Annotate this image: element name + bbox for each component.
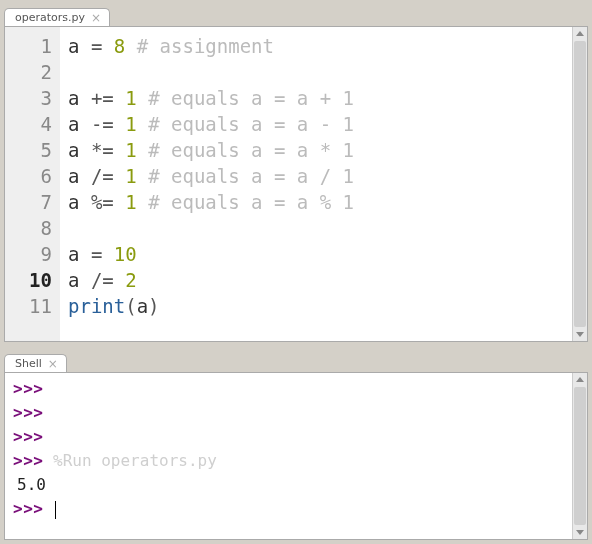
shell-prompt: >>> (13, 451, 43, 470)
code-line: a /= 2 (68, 267, 564, 293)
code-line: a = 8 # assignment (68, 33, 564, 59)
editor-scrollbar[interactable] (572, 27, 587, 341)
code-line: a *= 1 # equals a = a * 1 (68, 137, 564, 163)
run-command: %Run operators.py (53, 451, 217, 470)
shell-panel: >>> >>> >>> >>> %Run operators.py 5.0 >>… (4, 372, 588, 540)
shell-line: >>> (13, 425, 564, 449)
code-area[interactable]: a = 8 # assignmenta += 1 # equals a = a … (60, 27, 572, 341)
code-line (68, 215, 564, 241)
line-number: 8 (5, 215, 52, 241)
shell-prompt: >>> (13, 427, 43, 446)
line-number: 7 (5, 189, 52, 215)
code-line: print(a) (68, 293, 564, 319)
line-number: 10 (5, 267, 52, 293)
editor-tab[interactable]: operators.py × (4, 8, 110, 26)
shell-prompt: >>> (13, 403, 43, 422)
shell-prompt: >>> (13, 379, 43, 398)
shell-pane: Shell × >>> >>> >>> >>> %Run operators.p… (0, 346, 592, 544)
shell-line: >>> (13, 497, 564, 521)
line-number: 11 (5, 293, 52, 319)
close-icon[interactable]: × (91, 12, 101, 24)
shell-line: >>> (13, 377, 564, 401)
shell-body[interactable]: >>> >>> >>> >>> %Run operators.py 5.0 >>… (5, 373, 572, 539)
line-number: 3 (5, 85, 52, 111)
line-number: 6 (5, 163, 52, 189)
shell-output: 5.0 (17, 473, 564, 497)
code-line: a %= 1 # equals a = a % 1 (68, 189, 564, 215)
editor-tab-label: operators.py (15, 11, 85, 24)
code-line: a -= 1 # equals a = a - 1 (68, 111, 564, 137)
shell-scrollbar[interactable] (572, 373, 587, 539)
cursor-icon (55, 501, 56, 519)
editor-tab-bar: operators.py × (4, 4, 588, 26)
editor-panel: 1234567891011 a = 8 # assignmenta += 1 #… (4, 26, 588, 342)
shell-tab-bar: Shell × (4, 350, 588, 372)
line-number: 5 (5, 137, 52, 163)
editor-scrollbar-thumb[interactable] (574, 41, 586, 327)
line-number: 1 (5, 33, 52, 59)
code-line: a += 1 # equals a = a + 1 (68, 85, 564, 111)
shell-prompt: >>> (13, 499, 43, 518)
line-number: 4 (5, 111, 52, 137)
shell-tab[interactable]: Shell × (4, 354, 67, 372)
editor-pane: operators.py × 1234567891011 a = 8 # ass… (0, 0, 592, 346)
shell-tab-label: Shell (15, 357, 42, 370)
line-number: 9 (5, 241, 52, 267)
shell-scrollbar-thumb[interactable] (574, 387, 586, 525)
shell-line: >>> %Run operators.py (13, 449, 564, 473)
close-icon[interactable]: × (48, 358, 58, 370)
line-number-gutter: 1234567891011 (5, 27, 60, 341)
code-line: a /= 1 # equals a = a / 1 (68, 163, 564, 189)
code-line (68, 59, 564, 85)
line-number: 2 (5, 59, 52, 85)
code-line: a = 10 (68, 241, 564, 267)
shell-line: >>> (13, 401, 564, 425)
